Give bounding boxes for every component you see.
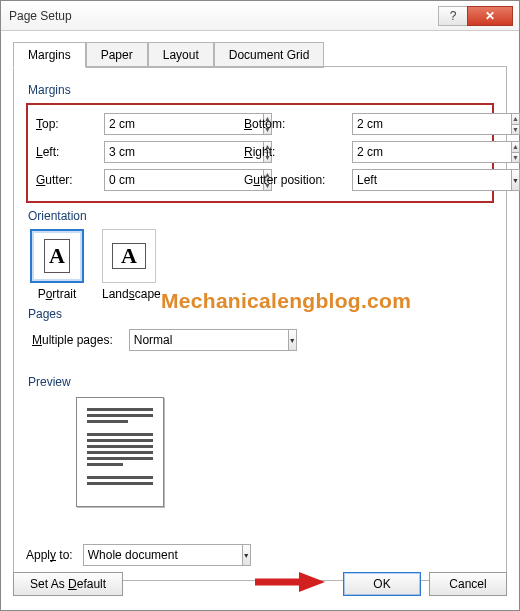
tabstrip: Margins Paper Layout Document Grid bbox=[13, 41, 507, 67]
orientation-group: A Portrait A Landscape bbox=[30, 229, 494, 301]
top-input[interactable] bbox=[104, 113, 263, 135]
preview-group-label: Preview bbox=[28, 375, 494, 389]
pages-group-label: Pages bbox=[28, 307, 494, 321]
portrait-icon: A bbox=[30, 229, 84, 283]
gutter-label: Gutter: bbox=[36, 173, 96, 187]
tab-document-grid[interactable]: Document Grid bbox=[214, 42, 325, 68]
cancel-button[interactable]: Cancel bbox=[429, 572, 507, 596]
chevron-down-icon[interactable]: ▼ bbox=[288, 329, 297, 351]
gutter-position-select[interactable]: ▼ bbox=[352, 169, 452, 191]
spin-up-icon[interactable]: ▲ bbox=[511, 113, 520, 124]
spin-down-icon[interactable]: ▼ bbox=[511, 152, 520, 164]
margins-group: Top: ▲▼ Bottom: ▲▼ Left: ▲▼ bbox=[26, 103, 494, 203]
ok-button[interactable]: OK bbox=[343, 572, 421, 596]
window-title: Page Setup bbox=[9, 9, 439, 23]
gutter-position-label: Gutter position: bbox=[244, 173, 344, 187]
tab-margins[interactable]: Margins bbox=[13, 42, 86, 68]
left-label: Left: bbox=[36, 145, 96, 159]
apply-to-row: Apply to: ▼ bbox=[26, 544, 233, 566]
tab-layout[interactable]: Layout bbox=[148, 42, 214, 68]
preview-page-icon bbox=[76, 397, 164, 507]
gutter-input[interactable] bbox=[104, 169, 263, 191]
orientation-portrait[interactable]: A Portrait bbox=[30, 229, 84, 301]
apply-to-value[interactable] bbox=[83, 544, 242, 566]
gutter-spinner[interactable]: ▲▼ bbox=[104, 169, 204, 191]
titlebar: Page Setup ? ✕ bbox=[1, 1, 519, 31]
orientation-group-label: Orientation bbox=[28, 209, 494, 223]
bottom-input[interactable] bbox=[352, 113, 511, 135]
dialog-buttons: OK Cancel bbox=[343, 572, 507, 596]
chevron-down-icon[interactable]: ▼ bbox=[511, 169, 520, 191]
tabpanel-margins: Margins Top: ▲▼ Bottom: ▲▼ Left: bbox=[13, 66, 507, 581]
landscape-icon: A bbox=[102, 229, 156, 283]
top-spinner[interactable]: ▲▼ bbox=[104, 113, 204, 135]
help-button[interactable]: ? bbox=[438, 6, 468, 26]
multiple-pages-label: Multiple pages: bbox=[32, 333, 113, 347]
bottom-spinner[interactable]: ▲▼ bbox=[352, 113, 452, 135]
pages-group: Multiple pages: ▼ bbox=[32, 329, 494, 351]
orientation-landscape[interactable]: A Landscape bbox=[102, 229, 161, 301]
apply-to-select[interactable]: ▼ bbox=[83, 544, 233, 566]
set-as-default-button[interactable]: Set As Default bbox=[13, 572, 123, 596]
spin-up-icon[interactable]: ▲ bbox=[511, 141, 520, 152]
chevron-down-icon[interactable]: ▼ bbox=[242, 544, 251, 566]
right-input[interactable] bbox=[352, 141, 511, 163]
dialog-body: Margins Paper Layout Document Grid Margi… bbox=[1, 31, 519, 610]
right-label: Right: bbox=[244, 145, 344, 159]
right-spinner[interactable]: ▲▼ bbox=[352, 141, 452, 163]
page-setup-dialog: Page Setup ? ✕ Margins Paper Layout Docu… bbox=[0, 0, 520, 611]
margins-group-label: Margins bbox=[28, 83, 494, 97]
multiple-pages-value[interactable] bbox=[129, 329, 288, 351]
multiple-pages-select[interactable]: ▼ bbox=[129, 329, 279, 351]
left-input[interactable] bbox=[104, 141, 263, 163]
spin-down-icon[interactable]: ▼ bbox=[511, 124, 520, 136]
close-button[interactable]: ✕ bbox=[467, 6, 513, 26]
left-spinner[interactable]: ▲▼ bbox=[104, 141, 204, 163]
top-label: Top: bbox=[36, 117, 96, 131]
gutter-position-value[interactable] bbox=[352, 169, 511, 191]
apply-to-label: Apply to: bbox=[26, 548, 73, 562]
tab-paper[interactable]: Paper bbox=[86, 42, 148, 68]
bottom-label: Bottom: bbox=[244, 117, 344, 131]
